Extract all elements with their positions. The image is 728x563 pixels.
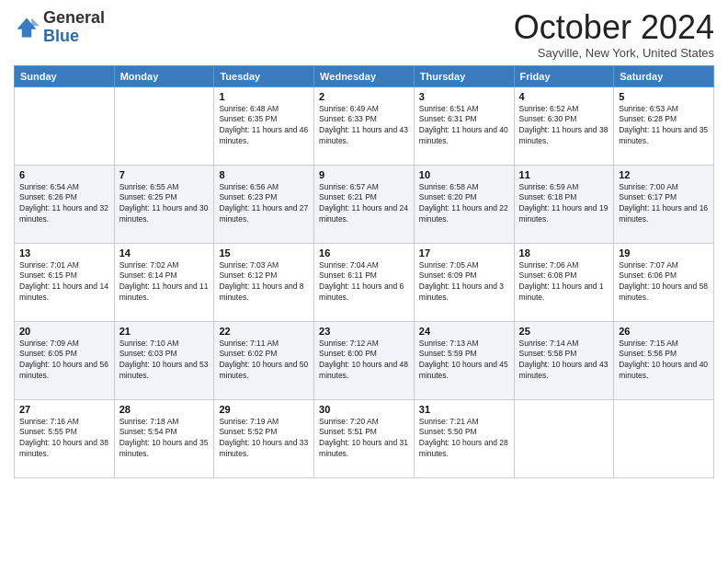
day-info: Sunrise: 7:04 AM Sunset: 6:11 PM Dayligh… — [319, 260, 409, 304]
day-number: 27 — [19, 404, 109, 415]
col-tuesday: Tuesday — [214, 65, 314, 86]
week-row-4: 20Sunrise: 7:09 AM Sunset: 6:05 PM Dayli… — [15, 321, 714, 399]
cell-w2-d3: 8Sunrise: 6:56 AM Sunset: 6:23 PM Daylig… — [214, 165, 314, 243]
day-info: Sunrise: 6:54 AM Sunset: 6:26 PM Dayligh… — [19, 182, 109, 226]
day-number: 21 — [119, 326, 210, 337]
day-info: Sunrise: 7:06 AM Sunset: 6:08 PM Dayligh… — [519, 260, 609, 304]
logo-text: General Blue — [43, 9, 105, 46]
day-info: Sunrise: 7:09 AM Sunset: 6:05 PM Dayligh… — [19, 339, 109, 383]
cell-w4-d2: 21Sunrise: 7:10 AM Sunset: 6:03 PM Dayli… — [114, 321, 214, 399]
day-info: Sunrise: 6:51 AM Sunset: 6:31 PM Dayligh… — [419, 104, 509, 148]
day-number: 11 — [519, 169, 609, 180]
cell-w3-d1: 13Sunrise: 7:01 AM Sunset: 6:15 PM Dayli… — [15, 243, 115, 321]
cell-w4-d1: 20Sunrise: 7:09 AM Sunset: 6:05 PM Dayli… — [15, 321, 115, 399]
col-sunday: Sunday — [15, 65, 115, 86]
cell-w4-d7: 26Sunrise: 7:15 AM Sunset: 5:56 PM Dayli… — [614, 321, 714, 399]
cell-w1-d5: 3Sunrise: 6:51 AM Sunset: 6:31 PM Daylig… — [414, 86, 514, 165]
day-number: 25 — [519, 326, 609, 337]
day-info: Sunrise: 6:49 AM Sunset: 6:33 PM Dayligh… — [319, 104, 409, 148]
cell-w5-d7 — [614, 399, 714, 477]
cell-w4-d6: 25Sunrise: 7:14 AM Sunset: 5:58 PM Dayli… — [514, 321, 614, 399]
col-thursday: Thursday — [414, 65, 514, 86]
calendar: Sunday Monday Tuesday Wednesday Thursday… — [14, 65, 714, 478]
cell-w5-d2: 28Sunrise: 7:18 AM Sunset: 5:54 PM Dayli… — [114, 399, 214, 477]
day-info: Sunrise: 7:21 AM Sunset: 5:50 PM Dayligh… — [419, 417, 509, 461]
day-info: Sunrise: 6:55 AM Sunset: 6:25 PM Dayligh… — [119, 182, 210, 226]
location-subtitle: Sayville, New York, United States — [514, 46, 714, 60]
cell-w4-d4: 23Sunrise: 7:12 AM Sunset: 6:00 PM Dayli… — [314, 321, 415, 399]
day-number: 4 — [519, 91, 609, 102]
day-info: Sunrise: 7:10 AM Sunset: 6:03 PM Dayligh… — [119, 339, 210, 383]
day-info: Sunrise: 6:48 AM Sunset: 6:35 PM Dayligh… — [219, 104, 309, 148]
day-number: 13 — [19, 247, 109, 259]
day-number: 5 — [619, 91, 709, 102]
day-info: Sunrise: 7:11 AM Sunset: 6:02 PM Dayligh… — [219, 339, 309, 383]
cell-w3-d3: 15Sunrise: 7:03 AM Sunset: 6:12 PM Dayli… — [214, 243, 314, 321]
calendar-header-row: Sunday Monday Tuesday Wednesday Thursday… — [15, 65, 714, 86]
day-number: 26 — [619, 326, 709, 337]
cell-w3-d6: 18Sunrise: 7:06 AM Sunset: 6:08 PM Dayli… — [514, 243, 614, 321]
day-info: Sunrise: 7:02 AM Sunset: 6:14 PM Dayligh… — [119, 260, 210, 304]
day-number: 10 — [419, 169, 509, 180]
day-number: 2 — [319, 91, 409, 102]
day-number: 18 — [519, 247, 609, 259]
day-number: 31 — [419, 404, 509, 415]
calendar-body: 1Sunrise: 6:48 AM Sunset: 6:35 PM Daylig… — [15, 86, 714, 477]
day-number: 1 — [219, 91, 309, 102]
day-number: 20 — [19, 326, 109, 337]
svg-marker-1 — [31, 17, 40, 26]
cell-w1-d7: 5Sunrise: 6:53 AM Sunset: 6:28 PM Daylig… — [614, 86, 714, 165]
day-number: 24 — [419, 326, 509, 337]
day-info: Sunrise: 6:56 AM Sunset: 6:23 PM Dayligh… — [219, 182, 309, 226]
day-info: Sunrise: 7:13 AM Sunset: 5:59 PM Dayligh… — [419, 339, 509, 383]
day-info: Sunrise: 7:18 AM Sunset: 5:54 PM Dayligh… — [119, 417, 210, 461]
cell-w1-d2 — [114, 86, 214, 165]
day-number: 29 — [219, 404, 309, 415]
day-info: Sunrise: 7:07 AM Sunset: 6:06 PM Dayligh… — [619, 260, 709, 304]
day-number: 23 — [319, 326, 409, 337]
cell-w1-d1 — [15, 86, 115, 165]
week-row-1: 1Sunrise: 6:48 AM Sunset: 6:35 PM Daylig… — [15, 86, 714, 165]
cell-w5-d1: 27Sunrise: 7:16 AM Sunset: 5:55 PM Dayli… — [15, 399, 115, 477]
cell-w2-d1: 6Sunrise: 6:54 AM Sunset: 6:26 PM Daylig… — [15, 165, 115, 243]
page: General Blue October 2024 Sayville, New … — [0, 0, 728, 563]
col-monday: Monday — [114, 65, 214, 86]
cell-w1-d4: 2Sunrise: 6:49 AM Sunset: 6:33 PM Daylig… — [314, 86, 415, 165]
day-info: Sunrise: 7:19 AM Sunset: 5:52 PM Dayligh… — [219, 417, 309, 461]
day-info: Sunrise: 7:16 AM Sunset: 5:55 PM Dayligh… — [19, 417, 109, 461]
day-number: 12 — [619, 169, 709, 180]
cell-w5-d4: 30Sunrise: 7:20 AM Sunset: 5:51 PM Dayli… — [314, 399, 415, 477]
day-info: Sunrise: 7:12 AM Sunset: 6:00 PM Dayligh… — [319, 339, 409, 383]
day-number: 19 — [619, 247, 709, 259]
day-number: 22 — [219, 326, 309, 337]
day-info: Sunrise: 7:15 AM Sunset: 5:56 PM Dayligh… — [619, 339, 709, 383]
day-number: 17 — [419, 247, 509, 259]
cell-w2-d5: 10Sunrise: 6:58 AM Sunset: 6:20 PM Dayli… — [414, 165, 514, 243]
day-info: Sunrise: 7:20 AM Sunset: 5:51 PM Dayligh… — [319, 417, 409, 461]
cell-w2-d7: 12Sunrise: 7:00 AM Sunset: 6:17 PM Dayli… — [614, 165, 714, 243]
day-number: 7 — [119, 169, 210, 180]
cell-w5-d5: 31Sunrise: 7:21 AM Sunset: 5:50 PM Dayli… — [414, 399, 514, 477]
cell-w4-d3: 22Sunrise: 7:11 AM Sunset: 6:02 PM Dayli… — [214, 321, 314, 399]
cell-w4-d5: 24Sunrise: 7:13 AM Sunset: 5:59 PM Dayli… — [414, 321, 514, 399]
cell-w3-d7: 19Sunrise: 7:07 AM Sunset: 6:06 PM Dayli… — [614, 243, 714, 321]
day-info: Sunrise: 7:05 AM Sunset: 6:09 PM Dayligh… — [419, 260, 509, 304]
header: General Blue October 2024 Sayville, New … — [14, 9, 714, 60]
day-info: Sunrise: 6:53 AM Sunset: 6:28 PM Dayligh… — [619, 104, 709, 148]
day-number: 30 — [319, 404, 409, 415]
month-title: October 2024 — [514, 9, 714, 46]
day-number: 8 — [219, 169, 309, 180]
day-info: Sunrise: 6:57 AM Sunset: 6:21 PM Dayligh… — [319, 182, 409, 226]
day-info: Sunrise: 6:52 AM Sunset: 6:30 PM Dayligh… — [519, 104, 609, 148]
col-friday: Friday — [514, 65, 614, 86]
week-row-5: 27Sunrise: 7:16 AM Sunset: 5:55 PM Dayli… — [15, 399, 714, 477]
day-number: 28 — [119, 404, 210, 415]
logo: General Blue — [14, 9, 105, 46]
day-number: 9 — [319, 169, 409, 180]
day-info: Sunrise: 7:00 AM Sunset: 6:17 PM Dayligh… — [619, 182, 709, 226]
day-info: Sunrise: 6:58 AM Sunset: 6:20 PM Dayligh… — [419, 182, 509, 226]
logo-general: General — [43, 8, 105, 27]
day-number: 14 — [119, 247, 210, 259]
day-number: 16 — [319, 247, 409, 259]
cell-w2-d4: 9Sunrise: 6:57 AM Sunset: 6:21 PM Daylig… — [314, 165, 415, 243]
